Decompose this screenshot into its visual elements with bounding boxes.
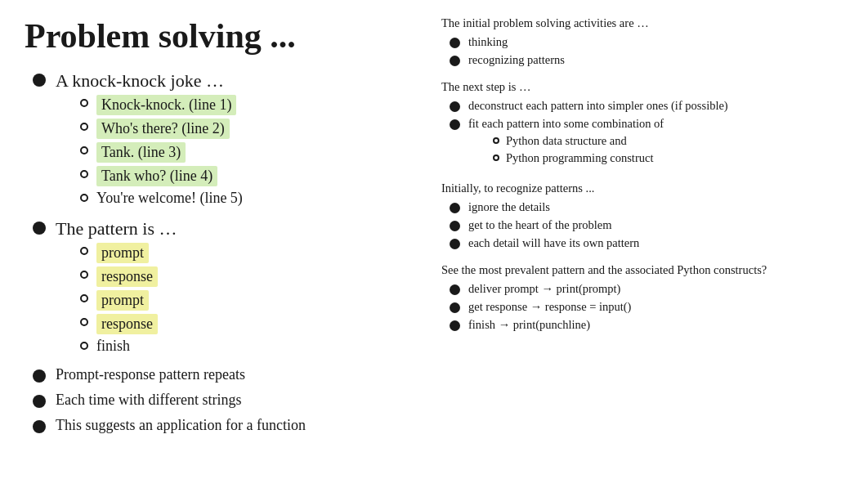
- bullet-icon: [450, 302, 460, 313]
- section1-intro: The initial problem solving activities a…: [441, 16, 843, 30]
- sub-bullet-icon: [493, 154, 499, 161]
- sub-bullet-icon: [80, 294, 88, 302]
- bullet-icon: [450, 38, 460, 48]
- joke-sub-list: Knock-knock. (line 1) Who's there? (line…: [56, 95, 243, 207]
- right-section-2: The next step is … deconstruct each patt…: [441, 80, 843, 168]
- list-item: each detail will have its own pattern: [450, 236, 843, 250]
- list-item: recognizing patterns: [450, 53, 843, 67]
- pattern-item-5: finish: [96, 338, 130, 355]
- section2-item-1: deconstruct each pattern into simpler on…: [468, 99, 728, 113]
- sub-bullet-icon: [80, 318, 88, 326]
- list-item: fit each pattern into some combination o…: [450, 117, 843, 168]
- list-item: Knock-knock. (line 1): [80, 95, 243, 115]
- bullet-icon: [450, 320, 460, 331]
- bottom-bullet-1: Prompt-response pattern repeats: [56, 366, 245, 383]
- section1-item-2: recognizing patterns: [468, 53, 565, 67]
- list-item-bottom-2: Each time with different strings: [33, 392, 417, 409]
- page-title: Problem solving ...: [25, 16, 417, 56]
- joke-item-3: Tank. (line 3): [96, 142, 186, 163]
- section4-item-1: deliver prompt → print(prompt): [468, 282, 620, 296]
- list-item-bottom-1: Prompt-response pattern repeats: [33, 366, 417, 383]
- sub-bullet-icon: [80, 271, 88, 279]
- pattern-item-2: response: [96, 266, 158, 287]
- joke-item-2: Who's there? (line 2): [96, 119, 230, 139]
- list-item: Tank. (line 3): [80, 142, 243, 163]
- section3-item-1: ignore the details: [468, 200, 550, 214]
- right-section-1: The initial problem solving activities a…: [441, 16, 843, 67]
- section4-item-2: get response → response = input(): [468, 300, 631, 314]
- left-column: Problem solving ... A knock-knock joke ……: [25, 16, 433, 472]
- section2-nested: Python data structure and Python program…: [468, 134, 664, 165]
- bullet-icon: [33, 395, 46, 408]
- sub-bullet-icon: [80, 342, 88, 350]
- section1-item-1: thinking: [468, 35, 508, 49]
- bullet-icon: [33, 74, 46, 87]
- list-item: Tank who? (line 4): [80, 166, 243, 186]
- section3-list: ignore the details get to the heart of t…: [441, 200, 843, 250]
- section3-item-2: get to the heart of the problem: [468, 218, 612, 232]
- bullet-icon: [450, 56, 460, 66]
- pattern-sub-list: prompt response prompt response: [56, 243, 177, 355]
- list-item-pattern: The pattern is … prompt response prom: [33, 218, 417, 358]
- main-list: A knock-knock joke … Knock-knock. (line …: [25, 70, 417, 434]
- list-item-joke: A knock-knock joke … Knock-knock. (line …: [33, 70, 417, 210]
- bullet-icon: [450, 221, 460, 231]
- list-item-bottom-3: This suggests an application for a funct…: [33, 417, 417, 434]
- bullet-icon: [450, 284, 460, 295]
- bullet-icon: [450, 239, 460, 249]
- section2-intro: The next step is …: [441, 80, 843, 94]
- pattern-label: The pattern is …: [56, 218, 177, 239]
- list-item: ignore the details: [450, 200, 843, 214]
- bullet-icon: [450, 203, 460, 213]
- list-item: get to the heart of the problem: [450, 218, 843, 232]
- list-item: finish: [80, 338, 177, 355]
- section3-item-3: each detail will have its own pattern: [468, 236, 639, 250]
- bullet-icon: [450, 119, 460, 130]
- nested-item-2: Python programming construct: [506, 151, 653, 165]
- sub-bullet-icon: [493, 137, 499, 144]
- list-item: response: [80, 314, 177, 334]
- joke-label: A knock-knock joke …: [56, 70, 224, 91]
- sub-bullet-icon: [80, 170, 88, 178]
- bullet-icon: [450, 101, 460, 112]
- pattern-item-3: prompt: [96, 290, 149, 311]
- list-item: get response → response = input(): [450, 300, 843, 314]
- sub-bullet-icon: [80, 146, 88, 154]
- pattern-item-4: response: [96, 314, 158, 334]
- section1-list: thinking recognizing patterns: [441, 35, 843, 67]
- list-item: deliver prompt → print(prompt): [450, 282, 843, 296]
- sub-bullet-icon: [80, 99, 88, 107]
- sub-bullet-icon: [80, 194, 88, 202]
- right-section-4: See the most prevalent pattern and the a…: [441, 263, 843, 332]
- page-container: Problem solving ... A knock-knock joke ……: [0, 0, 868, 488]
- list-item: response: [80, 266, 177, 287]
- nested-item-1: Python data structure and: [506, 134, 627, 148]
- bullet-icon: [33, 369, 46, 383]
- list-item: deconstruct each pattern into simpler on…: [450, 99, 843, 113]
- section4-list: deliver prompt → print(prompt) get respo…: [441, 282, 843, 332]
- bottom-bullet-3: This suggests an application for a funct…: [56, 417, 306, 434]
- bullet-icon: [33, 222, 46, 235]
- list-item: You're welcome! (line 5): [80, 190, 243, 207]
- section2-item-2: fit each pattern into some combination o…: [468, 117, 664, 130]
- section4-item-3: finish → print(punchline): [468, 318, 590, 332]
- sub-bullet-icon: [80, 247, 88, 255]
- joke-item-4: Tank who? (line 4): [96, 166, 217, 186]
- bottom-bullet-2: Each time with different strings: [56, 392, 242, 409]
- bullet-icon: [33, 420, 46, 433]
- right-column: The initial problem solving activities a…: [433, 16, 843, 472]
- list-item: Python programming construct: [493, 151, 664, 165]
- list-item: prompt: [80, 243, 177, 263]
- section4-intro: See the most prevalent pattern and the a…: [441, 263, 843, 277]
- list-item: thinking: [450, 35, 843, 49]
- section3-intro: Initially, to recognize patterns ...: [441, 181, 843, 195]
- section2-list: deconstruct each pattern into simpler on…: [441, 99, 843, 168]
- list-item: Python data structure and: [493, 134, 664, 148]
- sub-bullet-icon: [80, 123, 88, 131]
- joke-item-5: You're welcome! (line 5): [96, 190, 243, 207]
- list-item: finish → print(punchline): [450, 318, 843, 332]
- joke-item-1: Knock-knock. (line 1): [96, 95, 236, 115]
- pattern-item-1: prompt: [96, 243, 149, 263]
- list-item: prompt: [80, 290, 177, 311]
- right-section-3: Initially, to recognize patterns ... ign…: [441, 181, 843, 250]
